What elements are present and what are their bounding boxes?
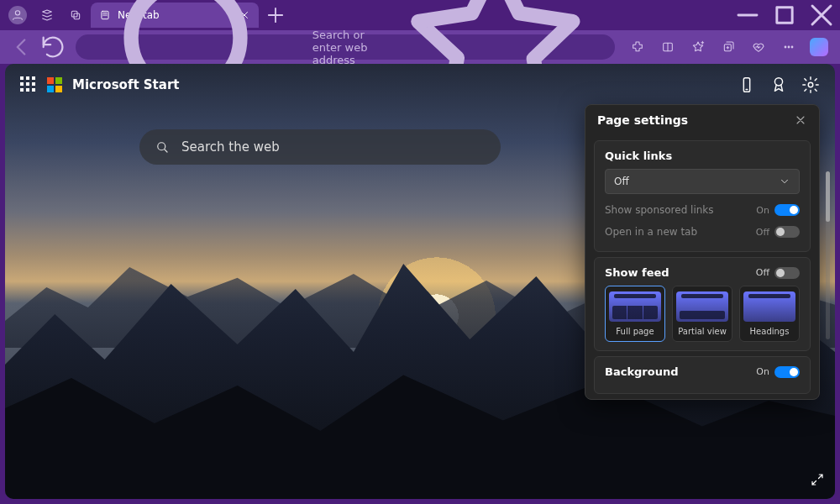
copilot-icon (810, 38, 828, 56)
puzzle-icon (631, 40, 644, 54)
background-heading: Background On (605, 365, 800, 378)
chevron-down-icon (779, 176, 790, 187)
quick-links-heading: Quick links (605, 150, 800, 162)
star-plus-icon (691, 40, 705, 54)
new-tab-toggle[interactable] (774, 226, 800, 238)
search-icon (155, 139, 170, 155)
new-tab-state: Off (756, 227, 769, 238)
svg-point-13 (808, 82, 813, 87)
more-menu-button[interactable] (774, 34, 803, 60)
toolbar-actions (623, 34, 833, 60)
scrollbar-thumb[interactable] (826, 171, 830, 222)
rewards-icon[interactable] (769, 76, 788, 94)
feed-state: Off (756, 267, 769, 278)
feed-layout-tiles: Full page Partial view Headings (605, 286, 800, 342)
row-sponsored-links: Show sponsored links On (605, 199, 800, 221)
split-screen-button[interactable] (654, 34, 682, 60)
section-show-feed: Show feed Off Full page Partial view Hea… (594, 257, 811, 351)
mobile-icon[interactable] (738, 76, 756, 94)
close-icon (794, 113, 807, 127)
split-icon (661, 40, 675, 54)
feed-toggle[interactable] (774, 267, 800, 279)
settings-title: Page settings (597, 113, 688, 127)
sponsored-label: Show sponsored links (605, 204, 714, 216)
page-settings-panel: Page settings Quick links Off Show spons… (585, 104, 820, 400)
address-bar[interactable]: Search or enter web address (76, 34, 615, 60)
favorites-button[interactable] (684, 34, 712, 60)
background-toggle[interactable] (774, 366, 800, 378)
tile-full-page[interactable]: Full page (605, 286, 665, 342)
page-settings-icon[interactable] (801, 76, 820, 94)
profile-avatar[interactable] (8, 6, 27, 24)
settings-body: Quick links Off Show sponsored links On … (585, 135, 819, 399)
svg-point-0 (15, 11, 19, 15)
address-placeholder: Search or enter web address (312, 29, 379, 66)
window-minimize-button[interactable] (729, 0, 766, 30)
refresh-icon (39, 33, 67, 61)
new-tab-page: Microsoft Start Search the web Page sett… (5, 64, 835, 499)
section-background: Background On (594, 356, 811, 394)
tile-partial-view[interactable]: Partial view (672, 286, 732, 342)
heart-pulse-icon (752, 40, 765, 54)
arrow-left-icon (7, 33, 35, 61)
content-scrollbar[interactable] (826, 171, 830, 339)
expand-page-button[interactable] (810, 472, 825, 491)
window-controls (729, 0, 840, 30)
brand-title: Microsoft Start (72, 77, 179, 92)
address-toolbar: Search or enter web address (0, 30, 840, 64)
tab-actions-icon[interactable] (67, 7, 84, 24)
svg-rect-4 (777, 8, 792, 23)
row-open-new-tab: Open in a new tab Off (605, 221, 800, 243)
titlebar-left (0, 6, 84, 24)
svg-point-14 (158, 143, 165, 150)
sponsored-toggle[interactable] (774, 204, 800, 216)
dropdown-value: Off (614, 176, 629, 187)
feed-heading: Show feed Off (605, 266, 800, 279)
background-state: On (756, 366, 769, 377)
ntp-header-actions (738, 76, 820, 94)
extensions-button[interactable] (623, 34, 652, 60)
expand-icon (810, 472, 825, 487)
settings-header: Page settings (585, 105, 819, 135)
tile-headings[interactable]: Headings (739, 286, 800, 342)
svg-point-10 (791, 46, 793, 48)
app-launcher-icon[interactable] (20, 76, 37, 93)
workspaces-icon[interactable] (39, 7, 55, 24)
ntp-header: Microsoft Start (20, 76, 820, 94)
svg-point-8 (785, 46, 786, 48)
quick-links-dropdown[interactable]: Off (605, 169, 800, 194)
window-close-button[interactable] (803, 0, 840, 30)
collections-icon (722, 40, 735, 54)
sponsored-state: On (756, 205, 769, 216)
ellipsis-icon (782, 40, 795, 54)
new-tab-label: Open in a new tab (605, 226, 697, 238)
collections-button[interactable] (714, 34, 743, 60)
copilot-button[interactable] (805, 34, 833, 60)
nav-back-button (7, 34, 35, 60)
section-quick-links: Quick links Off Show sponsored links On … (594, 140, 811, 252)
svg-point-9 (788, 46, 790, 48)
settings-close-button[interactable] (794, 113, 807, 127)
window-maximize-button[interactable] (766, 0, 803, 30)
microsoft-logo (47, 77, 62, 92)
browser-essentials-button[interactable] (744, 34, 773, 60)
ntp-search-box[interactable]: Search the web (139, 129, 501, 165)
nav-refresh-button[interactable] (39, 34, 67, 60)
ntp-search-placeholder: Search the web (181, 139, 280, 155)
